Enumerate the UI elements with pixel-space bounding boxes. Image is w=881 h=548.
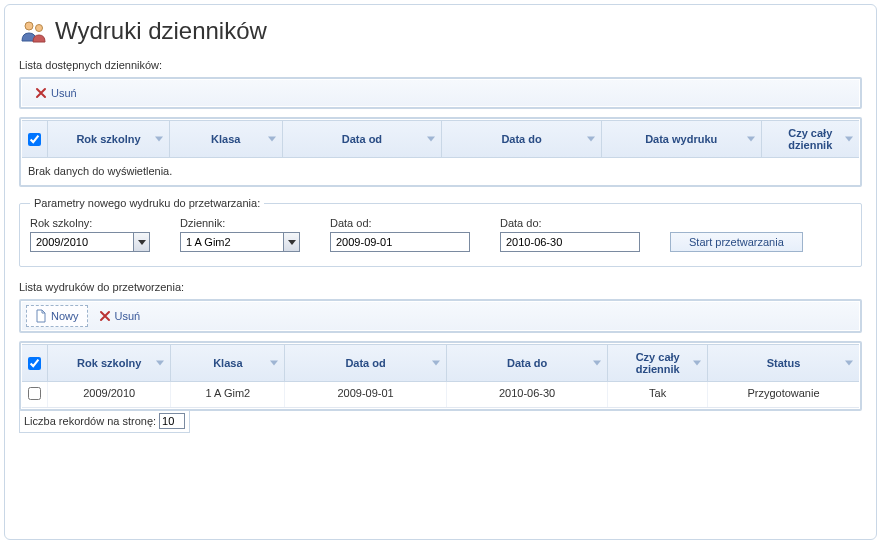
row-year: 2009/2010	[48, 382, 171, 407]
col-class[interactable]: Klasa	[170, 121, 283, 157]
start-processing-button[interactable]: Start przetwarzania	[670, 232, 803, 252]
row-checkbox[interactable]	[28, 387, 41, 400]
param-journal: Dziennik: 1 A Gim2	[180, 217, 300, 252]
page-container: Wydruki dzienników Lista dostępnych dzie…	[4, 4, 877, 540]
param-year: Rok szkolny: 2009/2010	[30, 217, 150, 252]
delete-button[interactable]: Usuń	[26, 83, 86, 103]
sort-icon	[427, 137, 435, 142]
row-class: 1 A Gim2	[171, 382, 285, 407]
grid-empty-text: Brak danych do wyświetlenia.	[22, 158, 859, 184]
sort-icon	[693, 361, 701, 366]
processing-list-label: Lista wydruków do przetworzenia:	[19, 281, 862, 293]
delete-label-2: Usuń	[115, 310, 141, 322]
year-value: 2009/2010	[31, 236, 133, 248]
delete-label: Usuń	[51, 87, 77, 99]
delete-icon	[99, 310, 111, 322]
param-date-to: Data do:	[500, 217, 640, 252]
new-label: Nowy	[51, 310, 79, 322]
row-date-to: 2010-06-30	[447, 382, 609, 407]
processing-grid: Rok szkolny Klasa Data od Data do Czy ca…	[19, 341, 862, 411]
sort-icon	[270, 361, 278, 366]
people-icon	[19, 19, 47, 43]
delete-icon	[35, 87, 47, 99]
sort-icon	[845, 137, 853, 142]
grid-head-available: Rok szkolny Klasa Data od Data do Data w…	[22, 120, 859, 158]
page-title: Wydruki dzienników	[55, 17, 267, 45]
col-year[interactable]: Rok szkolny	[48, 121, 170, 157]
param-start: Start przetwarzania	[670, 232, 803, 252]
date-from-label: Data od:	[330, 217, 470, 229]
records-input[interactable]	[159, 413, 185, 429]
records-label: Liczba rekordów na stronę:	[24, 415, 156, 427]
row-status: Przygotowanie	[708, 382, 859, 407]
col-year-2[interactable]: Rok szkolny	[48, 345, 171, 381]
page-header: Wydruki dzienników	[19, 17, 862, 45]
col-date-from-2[interactable]: Data od	[285, 345, 447, 381]
sort-icon	[432, 361, 440, 366]
date-to-input[interactable]	[500, 232, 640, 252]
col-date-to[interactable]: Data do	[442, 121, 602, 157]
chevron-down-icon	[283, 233, 299, 251]
sort-icon	[747, 137, 755, 142]
new-doc-icon	[35, 309, 47, 323]
grid-head-processing: Rok szkolny Klasa Data od Data do Czy ca…	[22, 344, 859, 382]
date-from-input[interactable]	[330, 232, 470, 252]
table-row[interactable]: 2009/2010 1 A Gim2 2009-09-01 2010-06-30…	[22, 382, 859, 408]
param-date-from: Data od:	[330, 217, 470, 252]
col-date-to-2[interactable]: Data do	[447, 345, 609, 381]
sort-icon	[587, 137, 595, 142]
journal-value: 1 A Gim2	[181, 236, 283, 248]
col-whole[interactable]: Czy cały dziennik	[762, 121, 859, 157]
col-print-date[interactable]: Data wydruku	[602, 121, 762, 157]
toolbar-available: Usuń	[22, 80, 859, 106]
col-status[interactable]: Status	[708, 345, 859, 381]
sort-icon	[268, 137, 276, 142]
date-to-label: Data do:	[500, 217, 640, 229]
svg-point-1	[36, 25, 43, 32]
checkbox-all-processing[interactable]	[28, 357, 41, 370]
col-date-from[interactable]: Data od	[283, 121, 443, 157]
toolbar-processing: Nowy Usuń	[22, 302, 859, 330]
journal-label: Dziennik:	[180, 217, 300, 229]
svg-point-0	[25, 22, 33, 30]
sort-icon	[593, 361, 601, 366]
delete-button-2[interactable]: Usuń	[90, 306, 150, 326]
row-date-from: 2009-09-01	[285, 382, 447, 407]
sort-icon	[845, 361, 853, 366]
journal-select[interactable]: 1 A Gim2	[180, 232, 300, 252]
chevron-down-icon	[133, 233, 149, 251]
year-label: Rok szkolny:	[30, 217, 150, 229]
records-per-page: Liczba rekordów na stronę:	[19, 410, 190, 433]
year-select[interactable]: 2009/2010	[30, 232, 150, 252]
available-journals-label: Lista dostępnych dzienników:	[19, 59, 862, 71]
params-legend: Parametry nowego wydruku do przetwarzani…	[30, 197, 264, 209]
checkbox-all-available[interactable]	[28, 133, 41, 146]
col-checkbox-2[interactable]	[22, 345, 48, 381]
processing-toolbar-panel: Nowy Usuń	[19, 299, 862, 333]
col-whole-2[interactable]: Czy cały dziennik	[608, 345, 708, 381]
params-row: Rok szkolny: 2009/2010 Dziennik: 1 A Gim…	[30, 217, 851, 252]
sort-icon	[156, 361, 164, 366]
row-checkbox-cell[interactable]	[22, 382, 48, 407]
new-button[interactable]: Nowy	[26, 305, 88, 327]
params-fieldset: Parametry nowego wydruku do przetwarzani…	[19, 197, 862, 267]
col-checkbox[interactable]	[22, 121, 48, 157]
col-class-2[interactable]: Klasa	[171, 345, 285, 381]
sort-icon	[155, 137, 163, 142]
available-journals-toolbar-panel: Usuń	[19, 77, 862, 109]
available-journals-grid: Rok szkolny Klasa Data od Data do Data w…	[19, 117, 862, 187]
row-whole: Tak	[608, 382, 708, 407]
